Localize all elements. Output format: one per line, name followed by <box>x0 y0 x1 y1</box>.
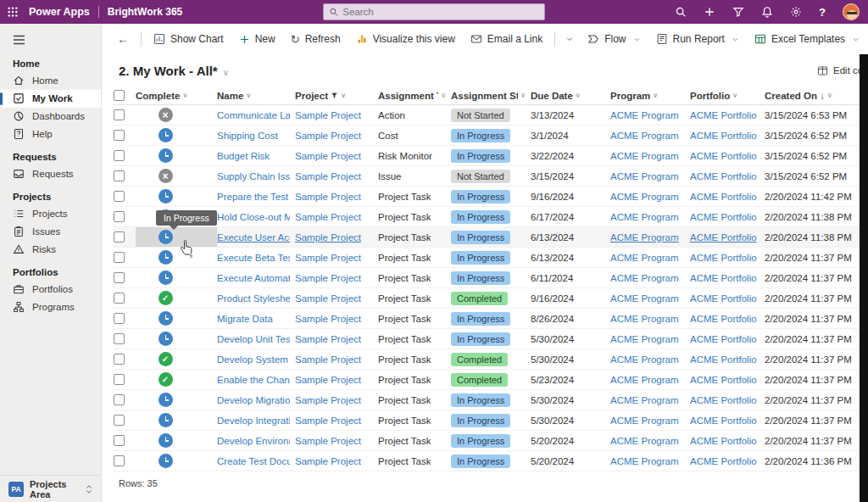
column-header-name[interactable]: Name∨ <box>217 86 295 104</box>
program-link[interactable]: ACME Program <box>610 334 679 344</box>
program-link[interactable]: ACME Program <box>610 293 679 304</box>
task-name-link[interactable]: Execute Beta Test <box>217 253 290 263</box>
complete-status-icon[interactable] <box>159 189 173 204</box>
new-button[interactable]: New <box>232 29 282 49</box>
search-icon-button[interactable] <box>675 6 687 18</box>
row-checkbox[interactable] <box>114 293 125 304</box>
portfolio-link[interactable]: ACME Portfolio <box>690 436 757 446</box>
project-link[interactable]: Sample Project <box>295 232 361 243</box>
program-link[interactable]: ACME Program <box>610 253 679 263</box>
help-icon[interactable]: ? <box>819 6 826 19</box>
portfolio-link[interactable]: ACME Portfolio <box>690 273 757 283</box>
email-link-split-chevron[interactable] <box>560 31 579 47</box>
row-checkbox[interactable] <box>114 455 125 466</box>
row-checkbox[interactable] <box>114 374 125 385</box>
table-row[interactable]: Hold Close-out Me... Sample Project Proj… <box>114 207 860 227</box>
table-row[interactable]: Migrate Data Sample Project Project Task… <box>114 309 860 329</box>
refresh-button[interactable]: ↻ Refresh <box>284 29 348 50</box>
program-link[interactable]: ACME Program <box>610 151 679 161</box>
task-name-link[interactable]: Migrate Data <box>217 314 273 324</box>
row-checkbox[interactable] <box>114 313 125 324</box>
portfolio-link[interactable]: ACME Portfolio <box>690 110 757 120</box>
project-link[interactable]: Sample Project <box>295 253 361 263</box>
sidebar-item-home[interactable]: Home <box>0 72 101 90</box>
complete-status-icon[interactable] <box>159 291 173 305</box>
program-link[interactable]: ACME Program <box>610 212 679 222</box>
column-header-created-on[interactable]: Created On ↓∨ <box>765 86 860 104</box>
table-row[interactable]: Shipping Cost Sample Project Cost In Pro… <box>114 126 860 146</box>
task-name-link[interactable]: Hold Close-out Me... <box>217 212 290 222</box>
program-link[interactable]: ACME Program <box>610 456 679 466</box>
task-name-link[interactable]: Develop System Tests <box>217 354 290 365</box>
table-row[interactable]: Develop System Tests Sample Project Proj… <box>114 349 860 370</box>
row-checkbox[interactable] <box>114 130 125 141</box>
table-row[interactable]: Develop Migration ... Sample Project Pro… <box>114 390 860 410</box>
task-name-link[interactable]: Create Test Docume... <box>217 456 290 466</box>
row-checkbox[interactable] <box>114 150 125 161</box>
column-header-assignment-type[interactable]: Assignment Type∨ <box>378 86 451 104</box>
select-all-checkbox[interactable] <box>114 90 125 101</box>
complete-status-icon[interactable] <box>159 454 173 468</box>
row-checkbox[interactable] <box>114 109 125 120</box>
portfolio-link[interactable]: ACME Portfolio <box>690 232 757 243</box>
complete-status-icon[interactable] <box>159 271 173 285</box>
table-row[interactable]: Prepare the Test En... Sample Project Pr… <box>114 187 860 207</box>
table-row[interactable]: Communicate Launch Sample Project Action… <box>114 105 860 126</box>
portfolio-link[interactable]: ACME Portfolio <box>690 456 757 466</box>
app-name[interactable]: Power Apps <box>29 6 90 18</box>
program-link[interactable]: ACME Program <box>610 395 679 405</box>
complete-status-icon[interactable] <box>159 230 173 244</box>
portfolio-link[interactable]: ACME Portfolio <box>690 131 757 141</box>
project-link[interactable]: Sample Project <box>295 395 361 405</box>
project-link[interactable]: Sample Project <box>295 273 361 283</box>
table-row[interactable]: Enable the Change I... Sample Project Pr… <box>114 370 860 390</box>
portfolio-link[interactable]: ACME Portfolio <box>690 171 757 181</box>
row-checkbox[interactable] <box>114 252 125 263</box>
program-link[interactable]: ACME Program <box>610 354 679 365</box>
task-name-link[interactable]: Execute Automated... <box>217 273 290 283</box>
portfolio-link[interactable]: ACME Portfolio <box>690 293 757 304</box>
program-link[interactable]: ACME Program <box>610 171 679 181</box>
column-header-due-date[interactable]: Due Date∨ <box>531 86 610 104</box>
task-name-link[interactable]: Enable the Change I... <box>217 375 290 385</box>
portfolio-link[interactable]: ACME Portfolio <box>690 314 757 324</box>
table-row[interactable]: Execute Automated... Sample Project Proj… <box>114 268 860 288</box>
table-row[interactable]: Supply Chain Issue Sample Project Issue … <box>114 166 860 187</box>
sidebar-item-requests[interactable]: Requests <box>0 165 101 183</box>
complete-status-icon[interactable] <box>159 393 173 407</box>
row-checkbox[interactable] <box>114 170 125 181</box>
complete-status-icon[interactable] <box>159 128 173 142</box>
row-checkbox[interactable] <box>114 435 125 446</box>
column-header-complete[interactable]: Complete∨ <box>136 86 217 104</box>
row-checkbox[interactable] <box>114 211 125 222</box>
table-row[interactable]: Develop Environme... Sample Project Proj… <box>114 431 860 451</box>
table-row[interactable]: Create Test Docume... Sample Project Pro… <box>114 451 860 471</box>
run-report-button[interactable]: Run Report <box>649 29 746 49</box>
task-name-link[interactable]: Budget Risk <box>217 151 270 161</box>
project-link[interactable]: Sample Project <box>295 293 361 304</box>
row-checkbox[interactable] <box>114 394 125 405</box>
sidebar-item-portfolios[interactable]: Portfolios <box>0 281 101 298</box>
program-link[interactable]: ACME Program <box>610 232 679 243</box>
portfolio-link[interactable]: ACME Portfolio <box>690 151 757 161</box>
project-link[interactable]: Sample Project <box>295 212 361 222</box>
portfolio-link[interactable]: ACME Portfolio <box>690 395 757 405</box>
row-checkbox[interactable] <box>114 415 125 426</box>
project-link[interactable]: Sample Project <box>295 314 361 324</box>
global-search-input[interactable] <box>323 3 545 20</box>
complete-status-icon[interactable] <box>159 169 173 183</box>
complete-status-icon[interactable] <box>159 352 173 366</box>
portfolio-link[interactable]: ACME Portfolio <box>690 253 757 263</box>
program-link[interactable]: ACME Program <box>610 110 679 120</box>
complete-status-icon[interactable] <box>159 433 173 448</box>
excel-templates-button[interactable]: Excel Templates <box>748 29 866 49</box>
column-header-portfolio[interactable]: Portfolio∨ <box>690 86 765 104</box>
sidebar-item-programs[interactable]: Programs <box>0 298 101 316</box>
environment-name[interactable]: BrightWork 365 <box>108 6 182 18</box>
email-link-button[interactable]: Email a Link <box>464 29 549 49</box>
table-row[interactable]: Budget Risk Sample Project Risk Monitor … <box>114 146 860 166</box>
column-header-assignment-status[interactable]: Assignment Status∨ <box>451 86 531 104</box>
table-row[interactable]: Develop Unit Tests Sample Project Projec… <box>114 329 860 349</box>
sidebar-item-help[interactable]: Help <box>0 126 101 143</box>
task-name-link[interactable]: Shipping Cost <box>217 131 278 141</box>
